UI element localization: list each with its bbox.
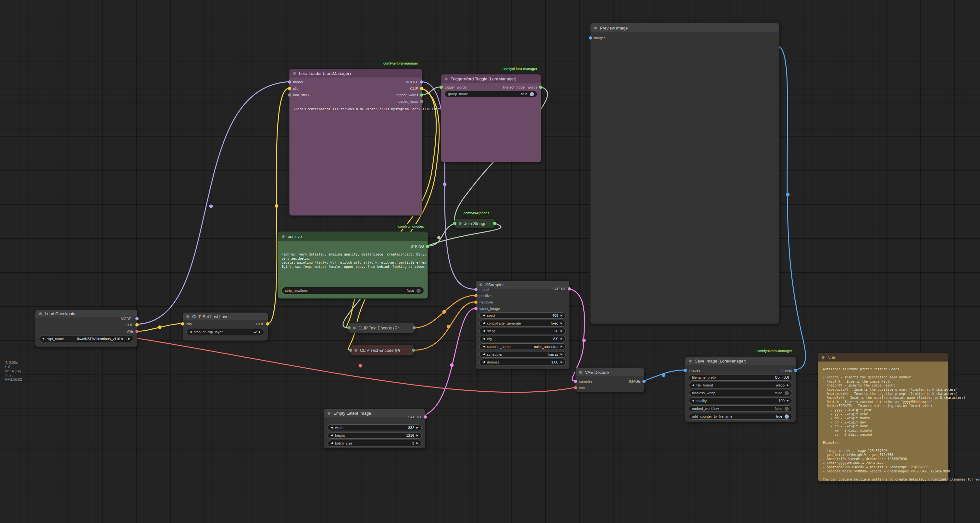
- port-trigger-words-in[interactable]: trigger_words: [439, 85, 466, 89]
- next-arrow-icon[interactable]: ▶: [561, 345, 563, 348]
- prev-arrow-icon[interactable]: ◀: [483, 322, 485, 325]
- collapse-dot-icon[interactable]: [689, 360, 692, 363]
- next-arrow-icon[interactable]: ▶: [561, 330, 563, 332]
- node-load-checkpoint[interactable]: Load Checkpoint MODEL CLIP VAE ◀ ckpt_na…: [35, 309, 137, 347]
- scheduler-widget[interactable]: ◀ scheduler karras ▶: [479, 351, 566, 358]
- seed-widget[interactable]: ◀ seed 409 ▶: [479, 312, 566, 319]
- next-arrow-icon[interactable]: ▶: [561, 353, 563, 356]
- node-title-bar[interactable]: Preview Image: [590, 23, 779, 32]
- next-arrow-icon[interactable]: ▶: [259, 331, 261, 333]
- node-title-bar[interactable]: positive: [278, 232, 428, 241]
- sampler-name-widget[interactable]: ◀ sampler_name euler_ancestral ▶: [479, 343, 566, 350]
- port-vae-in[interactable]: vae: [574, 385, 585, 390]
- quality-widget[interactable]: ◀ quality 100 ▶: [689, 398, 792, 404]
- node-title-bar[interactable]: TriggerWord Toggle (LoraManager): [441, 74, 541, 83]
- next-arrow-icon[interactable]: ▶: [561, 361, 563, 363]
- port-latent-out[interactable]: LATENT: [408, 415, 427, 419]
- port-trigger-words-out[interactable]: trigger_words: [396, 93, 423, 97]
- collapse-dot-icon[interactable]: [579, 371, 582, 374]
- node-ksampler[interactable]: KSampler model positive negative latent_…: [476, 281, 570, 369]
- prev-arrow-icon[interactable]: ◀: [331, 434, 333, 437]
- port-filtered-trigger-words-out[interactable]: filtered_trigger_words: [503, 85, 542, 89]
- denoise-widget[interactable]: ◀ denoise 1.00 ▶: [479, 359, 566, 365]
- string-port-icon[interactable]: [493, 222, 496, 225]
- node-title-bar[interactable]: Save Image (LoraManager): [685, 357, 795, 365]
- port-negative-in[interactable]: negative: [474, 300, 493, 304]
- node-clip-set-last-layer[interactable]: CLIP Set Last Layer clip CLIP ◀ stop_at_…: [183, 312, 268, 341]
- collapse-dot-icon[interactable]: [39, 312, 42, 315]
- port-clip-out[interactable]: CLIP: [126, 323, 138, 327]
- node-title-bar[interactable]: Lora Loader (LoraManager): [290, 69, 422, 78]
- next-arrow-icon[interactable]: ▶: [561, 338, 563, 340]
- port-model-out[interactable]: MODEL: [121, 317, 138, 321]
- prev-arrow-icon[interactable]: ◀: [42, 338, 44, 340]
- collapse-dot-icon[interactable]: [459, 222, 461, 225]
- collapse-dot-icon[interactable]: [293, 72, 296, 75]
- port-images-in[interactable]: images: [684, 368, 700, 372]
- port-model-in[interactable]: model: [474, 287, 489, 292]
- port-images-in[interactable]: images: [589, 36, 605, 40]
- collapse-dot-icon[interactable]: [594, 27, 597, 30]
- prev-arrow-icon[interactable]: ◀: [692, 399, 694, 402]
- string-port-icon[interactable]: [349, 349, 352, 352]
- collapse-dot-icon[interactable]: [328, 412, 331, 415]
- prev-arrow-icon[interactable]: ◀: [483, 361, 485, 363]
- port-lora-stack-in[interactable]: lora_stack: [288, 93, 309, 97]
- group-mode-toggle[interactable]: group_mode true: [445, 91, 537, 97]
- collapse-dot-icon[interactable]: [186, 315, 189, 318]
- strip-newlines-toggle[interactable]: strip_newlines false: [282, 287, 424, 294]
- steps-widget[interactable]: ◀ steps 20 ▶: [479, 328, 566, 334]
- port-loaded-loras-out[interactable]: loaded_loras: [398, 99, 423, 104]
- collapse-dot-icon[interactable]: [353, 326, 356, 330]
- filename-prefix-widget[interactable]: filename_prefix ComfyUI: [689, 374, 792, 381]
- port-model-in[interactable]: model: [288, 80, 303, 84]
- toggle-on-icon[interactable]: [784, 414, 789, 418]
- toggle-off-icon[interactable]: [784, 391, 789, 395]
- width-widget[interactable]: ◀ width 832 ▶: [328, 425, 422, 431]
- node-join-strings[interactable]: Join Strings: [455, 219, 495, 228]
- file-format-widget[interactable]: ◀ file_format webp ▶: [689, 382, 792, 388]
- next-arrow-icon[interactable]: ▶: [417, 442, 418, 445]
- prev-arrow-icon[interactable]: ◀: [483, 345, 485, 348]
- cfg-widget[interactable]: ◀ cfg 8.0 ▶: [479, 336, 566, 342]
- prev-arrow-icon[interactable]: ◀: [483, 353, 485, 356]
- batch-size-widget[interactable]: ◀ batch_size 3 ▶: [328, 440, 422, 447]
- add-counter-toggle[interactable]: add_counter_to_filename true: [689, 413, 792, 420]
- node-clip-text-encode-negative[interactable]: CLIP Text Encode (Pr: [350, 345, 414, 356]
- stop-at-clip-layer-widget[interactable]: ◀ stop_at_clip_layer -2 ▶: [186, 329, 264, 335]
- next-arrow-icon[interactable]: ▶: [787, 399, 789, 402]
- node-title-bar[interactable]: Note: [818, 353, 948, 361]
- prev-arrow-icon[interactable]: ◀: [331, 442, 333, 445]
- node-clip-text-encode-positive[interactable]: CLIP Text Encode (Pr: [348, 322, 415, 333]
- node-positive-prompt[interactable]: positive STRING highres, very detailed, …: [278, 231, 428, 299]
- toggle-off-icon[interactable]: [784, 407, 789, 411]
- port-image-out[interactable]: IMAGE: [629, 379, 646, 384]
- node-triggerword-toggle[interactable]: TriggerWord Toggle (LoraManager) trigger…: [441, 74, 541, 162]
- lora-syntax-text[interactable]: <lora:CreateConcept_Illustrious:0.8> <lo…: [293, 107, 456, 111]
- collapse-dot-icon[interactable]: [479, 284, 482, 286]
- lossless-webp-toggle[interactable]: lossless_webp false: [689, 390, 792, 396]
- port-clip-in[interactable]: clip: [181, 322, 192, 326]
- port-clip-out[interactable]: CLIP: [256, 322, 269, 326]
- prev-arrow-icon[interactable]: ◀: [692, 384, 694, 387]
- conditioning-port-icon[interactable]: [412, 326, 416, 330]
- node-vae-decode[interactable]: VAE Decode samples vae IMAGE: [575, 368, 644, 392]
- next-arrow-icon[interactable]: ▶: [128, 338, 130, 340]
- node-note[interactable]: Note Available filename_prefix Pattern C…: [818, 353, 948, 482]
- port-images-out[interactable]: images: [781, 368, 797, 372]
- collapse-dot-icon[interactable]: [445, 78, 448, 81]
- port-vae-out[interactable]: VAE: [127, 329, 138, 334]
- port-positive-in[interactable]: positive: [474, 293, 492, 298]
- port-samples-in[interactable]: samples: [574, 379, 592, 384]
- node-lora-loader[interactable]: Lora Loader (LoraManager) model clip lor…: [289, 69, 422, 216]
- toggle-off-icon[interactable]: [417, 288, 421, 293]
- collapse-dot-icon[interactable]: [282, 235, 285, 238]
- string-port-icon[interactable]: [347, 326, 351, 330]
- next-arrow-icon[interactable]: ▶: [787, 384, 789, 387]
- conditioning-port-icon[interactable]: [412, 349, 415, 352]
- height-widget[interactable]: ◀ height 1216 ▶: [328, 432, 422, 439]
- prev-arrow-icon[interactable]: ◀: [189, 331, 191, 333]
- node-title-bar[interactable]: CLIP Set Last Layer: [183, 312, 268, 320]
- next-arrow-icon[interactable]: ▶: [561, 314, 563, 317]
- prev-arrow-icon[interactable]: ◀: [483, 330, 485, 332]
